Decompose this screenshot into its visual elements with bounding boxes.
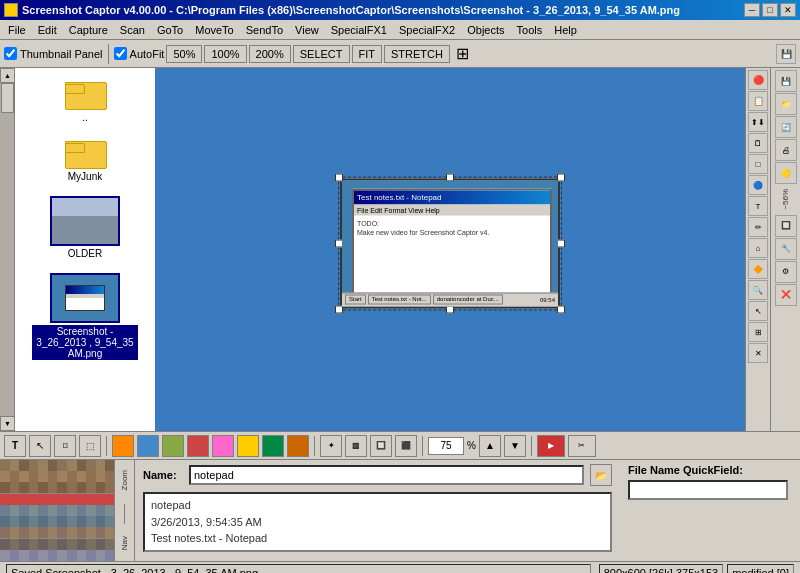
minimize-button[interactable]: ─ — [744, 3, 760, 17]
app-icon — [4, 3, 18, 17]
menu-item-capture[interactable]: Capture — [63, 22, 114, 38]
thumbnail-panel-checkbox[interactable]: Thumbnail Panel — [4, 47, 103, 60]
rt-btn-14[interactable]: ✕ — [748, 343, 768, 363]
btm-btn-color7[interactable] — [262, 435, 284, 457]
menu-item-moveto[interactable]: MoveTo — [189, 22, 240, 38]
handle-bottom-right[interactable] — [557, 305, 565, 313]
menu-item-view[interactable]: View — [289, 22, 325, 38]
list-item[interactable]: MyJunk — [19, 135, 151, 184]
rt-btn-4[interactable]: 🗒 — [748, 133, 768, 153]
fullscreen-button[interactable]: ⊞ — [456, 44, 469, 63]
list-item[interactable]: OLDER — [30, 194, 140, 261]
far-btn-6[interactable]: 🔲 — [775, 215, 797, 237]
file-label: Screenshot - 3_26_2013 , 9_54_35 AM.png — [32, 325, 138, 360]
maximize-button[interactable]: □ — [762, 3, 778, 17]
rt-btn-7[interactable]: T — [748, 196, 768, 216]
menu-item-help[interactable]: Help — [548, 22, 583, 38]
far-btn-7[interactable]: 🔧 — [775, 238, 797, 260]
taskbar-btn-2: donationcoder at Duc... — [433, 295, 503, 305]
rt-btn-13[interactable]: ⊞ — [748, 322, 768, 342]
name-input[interactable] — [189, 465, 584, 485]
canvas-area[interactable]: Test notes.txt - Notepad File Edit Forma… — [155, 68, 745, 431]
btm-btn-effect3[interactable]: 🔲 — [370, 435, 392, 457]
btm-btn-effect4[interactable]: ⬛ — [395, 435, 417, 457]
handle-top-right[interactable] — [557, 173, 565, 181]
rt-btn-2[interactable]: 📋 — [748, 91, 768, 111]
quickfield-input[interactable] — [628, 480, 788, 500]
menu-item-goto[interactable]: GoTo — [151, 22, 189, 38]
far-btn-5[interactable]: 🟡 — [775, 162, 797, 184]
btm-btn-effect1[interactable]: ✦ — [320, 435, 342, 457]
btm-btn-color1[interactable] — [112, 435, 134, 457]
zoom-200-button[interactable]: 200% — [249, 45, 291, 63]
rt-btn-12[interactable]: ↖ — [748, 301, 768, 321]
scroll-down-arrow[interactable]: ▼ — [0, 416, 15, 431]
btm-btn-T[interactable]: T — [4, 435, 26, 457]
zoom-value-input[interactable] — [428, 437, 464, 455]
rt-btn-1[interactable]: 🔴 — [748, 70, 768, 90]
handle-bottom-left[interactable] — [335, 305, 343, 313]
autofit-checkbox-input[interactable] — [114, 47, 127, 60]
notepad-title-bar: Test notes.txt - Notepad — [354, 190, 550, 204]
btm-sep-3 — [422, 436, 423, 456]
btm-btn-lasso[interactable]: ⌑ — [54, 435, 76, 457]
btm-btn-color2[interactable] — [137, 435, 159, 457]
btm-btn-select[interactable]: ⬚ — [79, 435, 101, 457]
menu-item-tools[interactable]: Tools — [511, 22, 549, 38]
menu-item-file[interactable]: File — [2, 22, 32, 38]
rt-btn-8[interactable]: ✏ — [748, 217, 768, 237]
scroll-thumb[interactable] — [1, 83, 14, 113]
notepad-content: TODO: Make new video for Screenshot Capt… — [354, 215, 550, 241]
rt-btn-11[interactable]: 🔍 — [748, 280, 768, 300]
far-btn-1[interactable]: 💾 — [775, 70, 797, 92]
rt-btn-6[interactable]: 🔵 — [748, 175, 768, 195]
btm-btn-arrow[interactable]: ↖ — [29, 435, 51, 457]
btm-btn-color3[interactable] — [162, 435, 184, 457]
btm-btn-effect2[interactable]: ▩ — [345, 435, 367, 457]
btm-btn-color4[interactable] — [187, 435, 209, 457]
status-modified: modified [0] — [727, 564, 794, 574]
rt-btn-5[interactable]: □ — [748, 154, 768, 174]
menu-item-specialfx2[interactable]: SpecialFX2 — [393, 22, 461, 38]
list-item[interactable]: Screenshot - 3_26_2013 , 9_54_35 AM.png — [30, 271, 140, 362]
menu-item-edit[interactable]: Edit — [32, 22, 63, 38]
far-btn-2[interactable]: 📁 — [775, 93, 797, 115]
far-btn-3[interactable]: 🔄 — [775, 116, 797, 138]
rt-btn-9[interactable]: ⌂ — [748, 238, 768, 258]
menu-item-specialfx1[interactable]: SpecialFX1 — [325, 22, 393, 38]
left-scrollbar[interactable]: ▲ ▼ — [0, 68, 15, 431]
btm-btn-color6[interactable] — [237, 435, 259, 457]
thumbnail-panel-label: Thumbnail Panel — [20, 48, 103, 60]
zoom-50-button[interactable]: 50% — [166, 45, 202, 63]
scroll-up-arrow[interactable]: ▲ — [0, 68, 15, 83]
browse-button[interactable]: 📂 — [590, 464, 612, 486]
stretch-button[interactable]: STRETCH — [384, 45, 450, 63]
btm-zoom-down[interactable]: ▼ — [504, 435, 526, 457]
btm-zoom-up[interactable]: ▲ — [479, 435, 501, 457]
status-dimensions: 800x600 [26k] 375x153 — [599, 564, 723, 574]
menu-item-objects[interactable]: Objects — [461, 22, 510, 38]
far-btn-9[interactable]: ❌ — [775, 284, 797, 306]
btm-btn-color5[interactable] — [212, 435, 234, 457]
btm-btn-color8[interactable] — [287, 435, 309, 457]
far-btn-8[interactable]: ⚙ — [775, 261, 797, 283]
menu-item-scan[interactable]: Scan — [114, 22, 151, 38]
rt-btn-10[interactable]: 🔶 — [748, 259, 768, 279]
select-button[interactable]: SELECT — [293, 45, 350, 63]
list-item[interactable]: .. — [19, 76, 151, 125]
save-icon[interactable]: 💾 — [776, 44, 796, 64]
bottom-panel: T ↖ ⌑ ⬚ ✦ ▩ 🔲 ⬛ % ▲ ▼ ▶ ✂ // In — [0, 431, 800, 561]
autofit-checkbox[interactable]: AutoFit — [114, 47, 165, 60]
menu-item-sendto[interactable]: SendTo — [240, 22, 289, 38]
thumbnail-checkbox-input[interactable] — [4, 47, 17, 60]
close-button[interactable]: ✕ — [780, 3, 796, 17]
fit-button[interactable]: FIT — [352, 45, 383, 63]
btm-capture-btn[interactable]: ▶ — [537, 435, 565, 457]
handle-bottom-middle[interactable] — [446, 305, 454, 313]
btm-crop-btn[interactable]: ✂ — [568, 435, 596, 457]
rt-btn-3[interactable]: ⬆⬇ — [748, 112, 768, 132]
far-btn-4[interactable]: 🖨 — [775, 139, 797, 161]
handle-middle-right[interactable] — [557, 239, 565, 247]
zoom-100-button[interactable]: 100% — [204, 45, 246, 63]
btm-sep-2 — [314, 436, 315, 456]
